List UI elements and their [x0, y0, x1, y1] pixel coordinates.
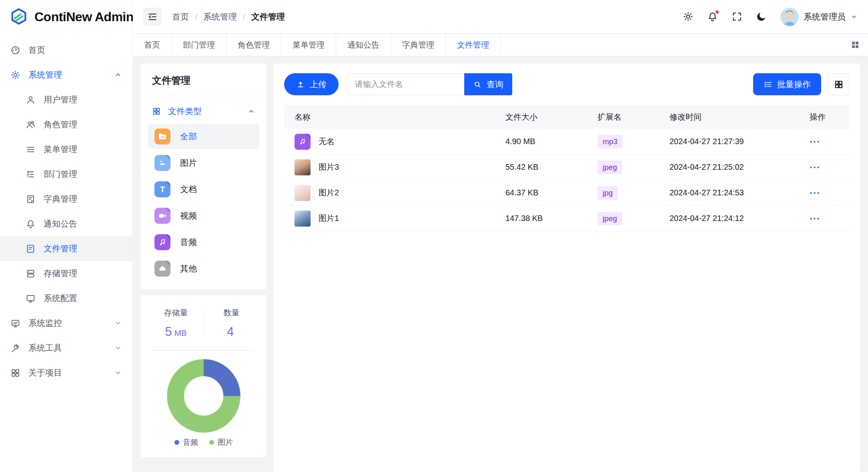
filetype-label: 全部 [180, 131, 197, 142]
moon-icon[interactable] [756, 11, 767, 22]
bell-icon[interactable] [707, 11, 718, 22]
ext-badge: jpeg [597, 212, 622, 225]
file-type-column: 文件管理 文件类型 [141, 64, 267, 472]
sidebar-item-label: 存储管理 [44, 268, 122, 279]
tab-home[interactable]: 首页 [133, 34, 172, 56]
filetype-item-image[interactable]: 图片 [148, 151, 259, 175]
sidebar-item-dict-mgmt[interactable]: 字典管理 [0, 187, 132, 211]
file-type-card: 文件管理 文件类型 [141, 64, 267, 289]
breadcrumb-system-mgmt[interactable]: 系统管理 [203, 11, 237, 22]
stats-divider-horizontal [152, 350, 255, 351]
sidebar-item-dept-mgmt[interactable]: 部门管理 [0, 162, 132, 187]
table-row[interactable]: 图片2 64.37 KB jpg 2024-04-27 21:24:53 ··· [284, 180, 850, 206]
sidebar-group-system-mgmt[interactable]: 系统管理 [0, 62, 132, 87]
chevron-down-icon [114, 344, 122, 352]
sidebar-item-home[interactable]: 首页 [0, 38, 132, 62]
sidebar-menu: 首页 系统管理 用户管理 [0, 34, 132, 472]
sidebar-group-about-project[interactable]: 关于项目 [0, 360, 132, 385]
col-header-size: 文件大小 [505, 112, 597, 123]
tab-role-mgmt[interactable]: 角色管理 [227, 34, 281, 56]
filetype-item-audio[interactable]: 音频 [148, 230, 259, 255]
file-time: 2024-04-27 21:27:39 [670, 137, 810, 146]
document-file-icon: T [154, 181, 170, 197]
more-actions-button[interactable]: ··· [810, 162, 820, 173]
chevron-down-icon [850, 13, 858, 20]
tab-menu-mgmt[interactable]: 菜单管理 [281, 34, 336, 56]
legend-dot-image [209, 440, 214, 445]
breadcrumb: 首页 / 系统管理 / 文件管理 [172, 11, 285, 22]
image-thumbnail [295, 211, 311, 227]
table-row[interactable]: 图片1 147.38 KB jpeg 2024-04-27 21:24:12 ·… [284, 206, 850, 231]
tab-file-mgmt[interactable]: 文件管理 [446, 34, 501, 56]
stats-row: 存储量 5MB 数量 4 [148, 307, 259, 339]
mp3-file-icon [295, 134, 311, 150]
batch-operation-button[interactable]: 批量操作 [753, 73, 821, 95]
tab-list-grid-icon[interactable] [850, 34, 860, 56]
table-row[interactable]: 图片3 55.42 KB jpeg 2024-04-27 21:25:02 ··… [284, 155, 850, 180]
breadcrumb-home[interactable]: 首页 [172, 11, 189, 22]
sidebar-group-system-tools[interactable]: 系统工具 [0, 335, 132, 360]
sidebar-item-file-mgmt[interactable]: 文件管理 [0, 236, 132, 261]
settings-icon[interactable] [683, 11, 694, 22]
col-header-name: 名称 [284, 112, 505, 123]
sidebar-group-system-monitor[interactable]: 系统监控 [0, 311, 132, 335]
col-header-ext: 扩展名 [597, 112, 670, 123]
filetype-item-doc[interactable]: T 文档 [148, 177, 259, 202]
sidebar-item-menu-mgmt[interactable]: 菜单管理 [0, 137, 132, 162]
more-actions-button[interactable]: ··· [810, 136, 820, 147]
sidebar-item-role-mgmt[interactable]: 角色管理 [0, 112, 132, 137]
storage-stats-card: 存储量 5MB 数量 4 音频 图片 [141, 295, 267, 457]
header-actions: 系统管理员 [683, 8, 858, 26]
user-menu[interactable]: 系统管理员 [780, 8, 858, 26]
tab-notice[interactable]: 通知公告 [336, 34, 391, 56]
fullscreen-icon[interactable] [732, 11, 742, 22]
filetype-item-other[interactable]: 其他 [148, 256, 259, 281]
chevron-down-icon [114, 319, 122, 327]
sidebar-item-user-mgmt[interactable]: 用户管理 [0, 87, 132, 112]
search-input[interactable] [347, 73, 464, 95]
file-table: 名称 文件大小 扩展名 修改时间 操作 无名 [284, 105, 850, 231]
upload-button[interactable]: 上传 [284, 73, 339, 95]
app-logo[interactable]: ContiNew Admin [0, 0, 132, 34]
file-time: 2024-04-27 21:24:53 [670, 188, 810, 197]
video-file-icon [154, 208, 170, 224]
tab-dept-mgmt[interactable]: 部门管理 [172, 34, 227, 56]
filetype-item-all[interactable]: 全部 [148, 124, 259, 149]
legend-image[interactable]: 图片 [209, 437, 233, 448]
sidebar-item-label: 系统监控 [28, 317, 106, 329]
bell-icon [26, 219, 36, 229]
toolbar: 上传 查询 [284, 73, 850, 95]
query-button[interactable]: 查询 [464, 73, 512, 95]
table-header: 名称 文件大小 扩展名 修改时间 操作 [284, 105, 850, 129]
file-type-section-header[interactable]: 文件类型 [148, 96, 259, 124]
grid-icon [834, 80, 844, 89]
breadcrumb-separator: / [243, 12, 245, 22]
sidebar-collapse-button[interactable] [143, 8, 162, 26]
image-file-icon [154, 155, 170, 171]
more-actions-button[interactable]: ··· [810, 187, 820, 199]
file-time: 2024-04-27 21:25:02 [670, 163, 810, 172]
sidebar-item-label: 通知公告 [44, 218, 122, 229]
sidebar-item-label: 角色管理 [44, 119, 122, 130]
file-name: 图片3 [319, 162, 339, 173]
sidebar-item-system-config[interactable]: 系统配置 [0, 286, 132, 311]
logo-hexagon-icon [10, 8, 28, 26]
audio-file-icon [154, 234, 170, 250]
file-time: 2024-04-27 21:24:12 [670, 214, 810, 223]
more-actions-button[interactable]: ··· [810, 213, 820, 224]
filetype-item-video[interactable]: 视频 [148, 203, 259, 228]
sidebar-item-storage-mgmt[interactable]: 存储管理 [0, 261, 132, 286]
legend-audio[interactable]: 音频 [174, 437, 198, 448]
tab-dict-mgmt[interactable]: 字典管理 [391, 34, 446, 56]
user-name: 系统管理员 [804, 11, 846, 22]
grid-view-toggle[interactable] [828, 73, 850, 95]
stat-value: 5MB [148, 325, 204, 339]
gear-icon [10, 70, 20, 80]
file-size: 147.38 KB [505, 214, 597, 223]
col-header-ops: 操作 [810, 112, 850, 123]
sidebar-item-notice[interactable]: 通知公告 [0, 211, 132, 236]
ext-badge: jpg [597, 186, 618, 200]
stat-count: 数量 4 [204, 307, 259, 339]
table-row[interactable]: 无名 4.90 MB mp3 2024-04-27 21:27:39 ··· [284, 129, 850, 155]
chevron-down-icon [114, 369, 122, 377]
